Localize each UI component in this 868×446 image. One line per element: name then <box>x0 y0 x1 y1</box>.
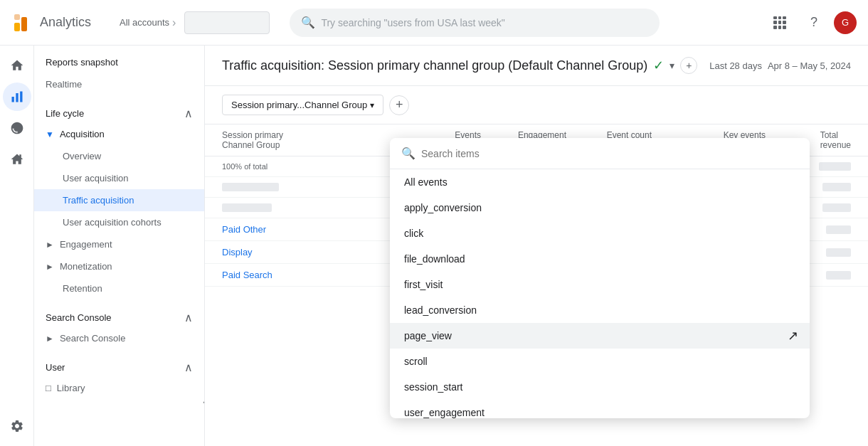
paid-other-label[interactable]: Paid Other <box>222 224 266 235</box>
sidebar-item-traffic-acquisition[interactable]: Traffic acquisition <box>34 189 204 211</box>
collapse-sidebar-button[interactable]: ‹ <box>196 393 205 410</box>
search-placeholder: Try searching "users from USA last week" <box>321 17 504 28</box>
title-dropdown-button[interactable]: ▾ <box>669 60 674 71</box>
svg-rect-4 <box>16 93 18 102</box>
sc-expand-icon: ► <box>46 334 54 344</box>
dropdown-item-page-view[interactable]: page_view ↗ <box>390 323 810 349</box>
sidebar-item-overview[interactable]: Overview <box>34 145 204 167</box>
dimension-pill[interactable]: Session primary...Channel Group ▾ <box>222 95 383 115</box>
dropdown-item-all-events[interactable]: All events <box>390 169 810 195</box>
monetization-label: Monetization <box>60 261 112 272</box>
sidebar-item-monetization[interactable]: ► Monetization <box>34 255 204 277</box>
sidebar-nav: Reports snapshot Realtime Life cycle ∧ ▼… <box>34 46 205 446</box>
cell-row1-label <box>222 183 396 191</box>
engagement-label: Engagement <box>60 239 112 250</box>
sidebar-item-user-acquisition[interactable]: User acquisition <box>34 167 204 189</box>
table-toolbar: Session primary...Channel Group ▾ + <box>205 86 868 124</box>
dropdown-item-session-start[interactable]: session_start <box>390 374 810 400</box>
top-bar: Analytics All accounts › 🔍 Try searching… <box>0 0 868 46</box>
sc-label: Search Console <box>60 333 126 344</box>
cursor-indicator: ↗ <box>788 328 798 344</box>
nav-home-icon[interactable] <box>3 51 31 80</box>
search-icon: 🔍 <box>301 16 315 29</box>
r2c5 <box>822 203 851 212</box>
header-right: Last 28 days Apr 8 – May 5, 2024 <box>709 60 851 71</box>
row1-label-bar <box>222 183 279 191</box>
sidebar-item-acquisition[interactable]: ▼ Acquisition <box>34 123 204 145</box>
dimension-dropdown-icon: ▾ <box>370 100 374 110</box>
dropdown-item-click[interactable]: click <box>390 221 810 246</box>
app-title: Analytics <box>40 15 91 30</box>
r1c5 <box>822 183 851 191</box>
main-layout: Reports snapshot Realtime Life cycle ∧ ▼… <box>0 46 868 446</box>
dropdown-search-input[interactable] <box>421 148 798 159</box>
total-pct: 100% of total <box>222 162 268 171</box>
sc-chevron-icon: ∧ <box>184 311 193 324</box>
total-revenue-bar <box>819 162 851 171</box>
breadcrumb-text: All accounts <box>120 17 169 28</box>
dimension-label: Session primary...Channel Group <box>231 100 367 110</box>
help-icon: ? <box>810 15 817 30</box>
search-console-section[interactable]: Search Console ∧ <box>34 305 204 327</box>
cell-row5-label: Paid Search <box>222 270 396 280</box>
last-days-label: Last 28 days <box>709 60 762 71</box>
nav-settings-icon[interactable] <box>3 412 31 440</box>
display-label[interactable]: Display <box>222 247 253 257</box>
logo-area: Analytics <box>11 11 111 34</box>
sidebar-item-engagement[interactable]: ► Engagement <box>34 233 204 255</box>
row2-label-bar <box>222 203 272 212</box>
paid-search-label[interactable]: Paid Search <box>222 270 272 280</box>
sidebar-item-library[interactable]: □ Library <box>34 377 204 399</box>
svg-rect-5 <box>20 92 22 102</box>
dropdown-search-area: 🔍 <box>390 138 810 169</box>
svg-rect-0 <box>14 23 20 31</box>
sidebar-icons <box>0 46 34 446</box>
dropdown-item-lead-conversion[interactable]: lead_conversion <box>390 297 810 323</box>
content-header: Traffic acquisition: Session primary cha… <box>205 46 868 86</box>
user-section-label: User <box>46 362 65 373</box>
add-metric-button[interactable]: + <box>389 95 409 115</box>
col-session-channel: Session primaryChannel Group <box>222 130 396 150</box>
sidebar-item-user-acquisition-cohorts[interactable]: User acquisition cohorts <box>34 211 204 233</box>
monetization-expand-icon: ► <box>46 262 54 272</box>
dropdown-item-scroll[interactable]: scroll <box>390 349 810 374</box>
user-chevron-icon: ∧ <box>184 361 193 374</box>
user-section[interactable]: User ∧ <box>34 355 204 377</box>
page-title: Traffic acquisition: Session primary cha… <box>222 57 709 74</box>
cell-total-label: 100% of total <box>222 162 396 171</box>
verified-icon: ✓ <box>653 58 664 73</box>
help-button[interactable]: ? <box>800 9 828 37</box>
apps-button[interactable] <box>766 9 794 37</box>
col-session-label: Session primaryChannel Group <box>222 130 283 150</box>
svg-rect-2 <box>14 14 20 20</box>
main-content: Traffic acquisition: Session primary cha… <box>205 46 868 446</box>
page-title-text: Traffic acquisition: Session primary cha… <box>222 58 647 73</box>
sidebar-item-realtime[interactable]: Realtime <box>34 73 204 95</box>
dropdown-item-file-download[interactable]: file_download <box>390 246 810 272</box>
acquisition-expand-icon: ▼ <box>46 129 54 139</box>
sidebar-item-search-console[interactable]: ► Search Console <box>34 327 204 349</box>
sidebar-item-retention[interactable]: Retention <box>34 277 204 299</box>
dropdown-item-first-visit[interactable]: first_visit <box>390 272 810 297</box>
account-selector[interactable] <box>184 11 270 34</box>
svg-rect-3 <box>11 97 14 102</box>
lifecycle-section[interactable]: Life cycle ∧ <box>34 101 204 123</box>
acquisition-label: Acquisition <box>60 129 105 139</box>
lifecycle-chevron-icon: ∧ <box>184 107 193 120</box>
ga-logo-icon <box>11 11 34 34</box>
dropdown-item-user-engagement[interactable]: user_engagement <box>390 400 810 418</box>
search-bar[interactable]: 🔍 Try searching "users from USA last wee… <box>290 9 660 37</box>
nav-reports-icon[interactable] <box>3 83 31 111</box>
dropdown-search-icon: 🔍 <box>401 147 416 160</box>
cell-row2-label <box>222 203 396 212</box>
library-label: Library <box>57 383 85 393</box>
dropdown-item-apply-conversion[interactable]: apply_conversion <box>390 195 810 221</box>
add-comparison-button[interactable]: + <box>680 57 697 74</box>
breadcrumb[interactable]: All accounts › <box>120 16 176 29</box>
nav-advertising-icon[interactable] <box>3 145 31 174</box>
sidebar-item-reports-snapshot[interactable]: Reports snapshot <box>34 51 204 73</box>
nav-explore-icon[interactable] <box>3 114 31 142</box>
breadcrumb-arrow-icon: › <box>172 16 176 29</box>
avatar[interactable]: G <box>834 11 857 34</box>
search-console-section-label: Search Console <box>46 312 112 323</box>
